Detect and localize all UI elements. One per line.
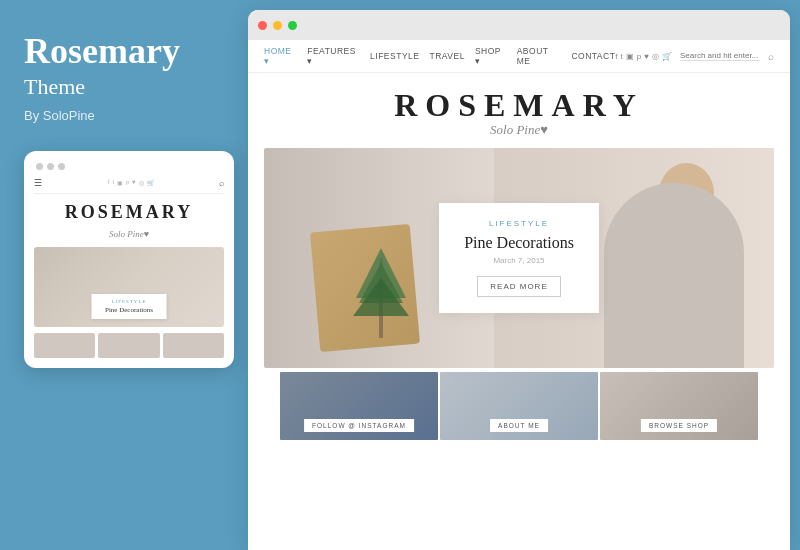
mobile-logo-sub: Solo Pine♥ [109, 229, 149, 239]
website-logo-area: ROSEMARY Solo Pine♥ [248, 73, 790, 148]
mobile-dot-2 [47, 163, 54, 170]
mobile-card-title: Pine Decorations [100, 306, 159, 314]
mobile-card-category: LIFESTYLE [100, 299, 159, 304]
hero-overlay-card: LIFESTYLE Pine Decorations March 7, 2015… [439, 203, 599, 313]
nav-shop[interactable]: SHOP ▾ [475, 46, 507, 66]
hamburger-icon[interactable]: ☰ [34, 178, 42, 188]
left-panel: Rosemary Theme By SoloPine ☰ f t ▣ p ♥ ◎… [0, 0, 248, 550]
browser-maximize-dot[interactable] [288, 21, 297, 30]
mobile-strip-1 [34, 333, 95, 358]
browser-titlebar [248, 10, 790, 40]
cart-icon: 🛒 [147, 179, 154, 186]
mobile-logo: ROSEMARY Solo Pine♥ [34, 202, 224, 241]
nav-features[interactable]: FEATURES ▾ [307, 46, 360, 66]
nav-lifestyle[interactable]: LIFESTYLE [370, 51, 419, 61]
mobile-dot-3 [58, 163, 65, 170]
title-text: Rosemary [24, 32, 224, 72]
nav-travel[interactable]: TRAVEL [429, 51, 464, 61]
mobile-dots [34, 163, 224, 170]
nav-about[interactable]: ABOUT ME [517, 46, 562, 66]
website-nav: HOME ▾ FEATURES ▾ LIFESTYLE TRAVEL SHOP … [248, 40, 790, 73]
thumbnail-about-label: ABOUT ME [490, 419, 548, 432]
mobile-hero-image: LIFESTYLE Pine Decorations [34, 247, 224, 327]
website-social-icons: f t ▣ p ♥ ◎ 🛒 [615, 52, 672, 61]
thumbnail-instagram-label: FOLLOW @ INSTAGRAM [304, 419, 414, 432]
website-twitter-icon: t [621, 52, 623, 61]
hero-pine-decoration [341, 238, 421, 338]
mobile-bottom-strip [34, 333, 224, 358]
mobile-strip-3 [163, 333, 224, 358]
mobile-nav: ☰ f t ▣ p ♥ ◎ 🛒 ⌕ [34, 178, 224, 194]
pinterest-icon: p [126, 179, 129, 186]
website-cart-icon[interactable]: 🛒 [662, 52, 672, 61]
browser-minimize-dot[interactable] [273, 21, 282, 30]
hero-card-category: LIFESTYLE [459, 219, 579, 228]
browser-content: HOME ▾ FEATURES ▾ LIFESTYLE TRAVEL SHOP … [248, 40, 790, 550]
hero-card-title: Pine Decorations [459, 234, 579, 252]
heart-icon: ♥ [132, 179, 136, 186]
mobile-dot-1 [36, 163, 43, 170]
website-instagram-icon: ▣ [626, 52, 634, 61]
twitter-icon: t [112, 179, 114, 186]
rss-icon: ◎ [139, 179, 144, 186]
website-pinterest-icon: p [637, 52, 641, 61]
mobile-mockup: ☰ f t ▣ p ♥ ◎ 🛒 ⌕ ROSEMARY Solo Pine♥ LI… [24, 151, 234, 368]
thumbnail-shop-label: BROWSE SHOP [641, 419, 717, 432]
website-nav-right: f t ▣ p ♥ ◎ 🛒 ⌕ [615, 51, 774, 62]
facebook-icon: f [107, 179, 109, 186]
website-logo-text: ROSEMARY [248, 87, 790, 124]
mobile-search-icon[interactable]: ⌕ [219, 178, 224, 188]
website-rss-icon: ◎ [652, 52, 659, 61]
browser-mockup: HOME ▾ FEATURES ▾ LIFESTYLE TRAVEL SHOP … [248, 10, 790, 550]
website-search-icon[interactable]: ⌕ [768, 51, 774, 62]
website-nav-links: HOME ▾ FEATURES ▾ LIFESTYLE TRAVEL SHOP … [264, 46, 615, 66]
theme-title: Rosemary Theme By SoloPine [24, 32, 224, 123]
website-search-input[interactable] [680, 51, 760, 61]
nav-home[interactable]: HOME ▾ [264, 46, 297, 66]
hero-image: LIFESTYLE Pine Decorations March 7, 2015… [264, 148, 774, 368]
bottom-thumbnails: FOLLOW @ INSTAGRAM ABOUT ME BROWSE SHOP [280, 372, 758, 440]
mobile-social-icons: f t ▣ p ♥ ◎ 🛒 [107, 179, 153, 186]
mobile-logo-text: ROSEMARY [34, 202, 224, 223]
mobile-strip-2 [98, 333, 159, 358]
instagram-icon: ▣ [117, 179, 123, 186]
nav-contact[interactable]: CONTACT [571, 51, 615, 61]
thumbnail-about[interactable]: ABOUT ME [440, 372, 598, 440]
subtitle-text: Theme [24, 74, 224, 100]
hero-section: LIFESTYLE Pine Decorations March 7, 2015… [264, 148, 774, 550]
author-text: By SoloPine [24, 108, 224, 123]
hero-card-date: March 7, 2015 [459, 256, 579, 265]
browser-close-dot[interactable] [258, 21, 267, 30]
thumbnail-instagram[interactable]: FOLLOW @ INSTAGRAM [280, 372, 438, 440]
mobile-overlay-card: LIFESTYLE Pine Decorations [92, 294, 167, 319]
hero-person-body [604, 183, 744, 368]
website-logo-cursive: Solo Pine♥ [248, 122, 790, 138]
thumbnail-shop[interactable]: BROWSE SHOP [600, 372, 758, 440]
website-facebook-icon: f [615, 52, 617, 61]
website-heart-icon: ♥ [644, 52, 649, 61]
hero-read-more-button[interactable]: READ MORE [477, 276, 560, 297]
